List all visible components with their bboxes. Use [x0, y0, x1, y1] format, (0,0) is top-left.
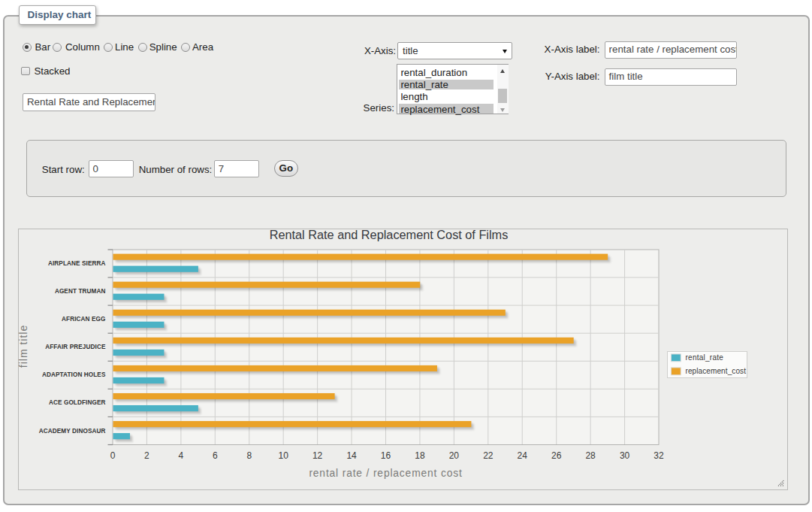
svg-text:ADAPTATION HOLES: ADAPTATION HOLES	[42, 371, 106, 378]
svg-text:10: 10	[279, 450, 289, 461]
svg-text:26: 26	[551, 450, 562, 461]
svg-text:AIRPLANE SIERRA: AIRPLANE SIERRA	[48, 260, 106, 267]
svg-text:ACE GOLDFINGER: ACE GOLDFINGER	[49, 399, 106, 406]
svg-text:14: 14	[346, 450, 357, 461]
svg-text:2: 2	[144, 450, 149, 461]
svg-text:rental rate / replacement cost: rental rate / replacement cost	[309, 468, 462, 479]
svg-text:22: 22	[483, 450, 494, 461]
svg-text:6: 6	[213, 450, 218, 461]
svg-text:Rental Rate and Replacement Co: Rental Rate and Replacement Cost of Film…	[270, 229, 509, 241]
svg-text:8: 8	[246, 450, 252, 461]
svg-text:film title: film title	[18, 324, 29, 367]
svg-text:replacement_cost: replacement_cost	[686, 366, 747, 374]
svg-text:rental_rate: rental_rate	[686, 353, 724, 361]
svg-text:30: 30	[620, 450, 630, 461]
svg-text:24: 24	[518, 450, 528, 461]
svg-text:16: 16	[381, 450, 391, 461]
svg-text:ACADEMY DINOSAUR: ACADEMY DINOSAUR	[39, 427, 106, 434]
svg-text:AFFAIR PREJUDICE: AFFAIR PREJUDICE	[45, 344, 106, 350]
svg-text:20: 20	[449, 450, 460, 461]
svg-text:28: 28	[585, 450, 596, 461]
svg-text:0: 0	[110, 450, 116, 461]
svg-text:AGENT TRUMAN: AGENT TRUMAN	[55, 288, 106, 295]
svg-text:12: 12	[312, 450, 323, 461]
svg-text:AFRICAN EGG: AFRICAN EGG	[62, 316, 105, 323]
svg-text:32: 32	[654, 450, 664, 461]
svg-text:18: 18	[415, 450, 425, 461]
svg-text:4: 4	[179, 450, 184, 461]
